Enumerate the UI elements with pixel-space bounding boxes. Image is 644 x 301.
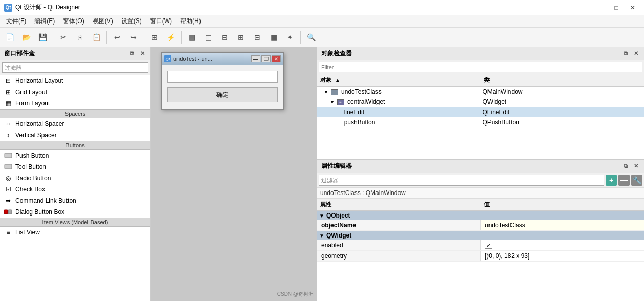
menu-settings[interactable]: 设置(S) (117, 16, 146, 27)
toolbar-break-layout[interactable]: ✦ (282, 30, 298, 45)
toolbar-save[interactable]: 💾 (35, 30, 50, 45)
list-item[interactable]: Push Button (0, 150, 150, 161)
widget-box-close[interactable]: ✕ (138, 50, 146, 58)
widget-item-label: Command Link Button (15, 197, 76, 204)
toolbar-redo[interactable]: ↪ (126, 30, 141, 45)
toolbar-layout-form[interactable]: ▦ (266, 30, 281, 45)
widget-icon: ≡ (337, 99, 344, 105)
prop-row: enabled ✓ (317, 240, 644, 251)
grid-layout-icon: ⊞ (4, 88, 12, 96)
toolbar-widget-mode[interactable]: ⊞ (147, 30, 162, 45)
prop-group-qobject[interactable]: ▼ QObject (317, 211, 644, 220)
obj-class-cell: QLineEdit (481, 108, 645, 116)
minimize-button[interactable]: — (593, 3, 607, 13)
prop-filter-bar: + — 🔧 (317, 173, 644, 188)
obj-name-cell: ▼ ≡ centralWidget (317, 98, 481, 106)
toolbar-preview[interactable]: 🔍 (303, 30, 319, 45)
menu-bar: 文件(F) 编辑(E) 窗体(O) 视图(V) 设置(S) 窗口(W) 帮助(H… (0, 15, 644, 28)
widget-box-detach[interactable]: ⧉ (128, 50, 136, 58)
form-close-btn[interactable]: ✕ (272, 55, 281, 62)
svg-rect-2 (4, 210, 8, 214)
spacers-category: Spacers (0, 109, 150, 118)
toolbar-open[interactable]: 📂 (18, 30, 34, 45)
form-window: Qt undoTest - un... — ❐ ✕ 确定 (161, 52, 284, 110)
obj-inspector-title: 对象检查器 (321, 49, 352, 58)
prop-col-value: 值 (481, 200, 645, 209)
prop-group-qwidget[interactable]: ▼ QWidget (317, 231, 644, 240)
svg-rect-1 (5, 164, 12, 169)
obj-tree-row[interactable]: ▼ undoTestClass QMainWindow (317, 87, 644, 97)
list-item[interactable]: ➡ Command Link Button (0, 195, 150, 206)
toolbar-undo[interactable]: ↩ (109, 30, 125, 45)
toolbar-layout-v[interactable]: ▥ (201, 30, 216, 45)
form-ok-button[interactable]: 确定 (167, 87, 278, 102)
toolbar-copy[interactable]: ⎘ (72, 30, 87, 45)
prop-checkbox-enabled[interactable]: ✓ (485, 242, 492, 249)
toolbar-layout-h[interactable]: ▤ (184, 30, 199, 45)
widget-box-filter-input[interactable] (2, 62, 148, 73)
v-spacer-icon: ↕ (4, 131, 12, 139)
prop-value-enabled[interactable]: ✓ (481, 240, 644, 250)
toolbar-new[interactable]: 📄 (2, 30, 17, 45)
form-lineedit[interactable] (167, 71, 278, 83)
menu-view[interactable]: 视图(V) (88, 16, 117, 27)
center-area: Qt undoTest - un... — ❐ ✕ 确定 CSDN @奇树洲 (151, 47, 317, 301)
prop-wrench-btn[interactable]: 🔧 (631, 175, 642, 186)
list-item[interactable]: ☑ Check Box (0, 184, 150, 195)
maximize-button[interactable]: □ (609, 3, 624, 13)
close-button[interactable]: ✕ (626, 3, 640, 13)
list-item[interactable]: ⊟ Horizontal Layout (0, 75, 150, 87)
prop-editor-close[interactable]: ✕ (632, 162, 640, 170)
widget-item-label: Radio Button (15, 175, 51, 182)
menu-file[interactable]: 文件(F) (2, 16, 30, 27)
menu-help[interactable]: 帮助(H) (176, 16, 205, 27)
obj-class-cell: QPushButton (481, 118, 645, 126)
widget-item-label: Horizontal Layout (15, 77, 63, 84)
list-item[interactable]: ↔ Horizontal Spacer (0, 118, 150, 130)
obj-inspector-detach[interactable]: ⧉ (621, 49, 630, 57)
toolbar-cut[interactable]: ✂ (56, 30, 71, 45)
obj-inspector-close[interactable]: ✕ (632, 49, 640, 57)
prop-filter-input[interactable] (319, 175, 604, 186)
obj-tree-row[interactable]: pushButton QPushButton (317, 117, 644, 127)
prop-table: 属性 值 ▼ QObject objectName undoTestClass … (317, 199, 644, 301)
toolbar-layout-grid[interactable]: ⊟ (250, 30, 265, 45)
menu-edit[interactable]: 编辑(E) (30, 16, 59, 27)
group-name: QObject (326, 212, 350, 219)
list-item[interactable]: ↕ Vertical Spacer (0, 130, 150, 141)
menu-form[interactable]: 窗体(O) (59, 16, 88, 27)
check-box-icon: ☑ (4, 185, 12, 193)
list-item[interactable]: ◎ Radio Button (0, 173, 150, 184)
obj-tree: 对象 ▲ 类 ▼ undoTestClass QMainWindow (317, 74, 644, 159)
obj-tree-row[interactable]: ▼ ≡ centralWidget QWidget (317, 97, 644, 107)
form-title-text: undoTest - un... (173, 56, 251, 62)
form-titlebar: Qt undoTest - un... — ❐ ✕ (162, 53, 283, 64)
toolbar-layout-split-v[interactable]: ⊞ (233, 30, 249, 45)
list-item[interactable]: Tool Button (0, 161, 150, 173)
obj-tree-row[interactable]: lineEdit QLineEdit (317, 107, 644, 117)
prop-minus-btn[interactable]: — (618, 175, 630, 186)
obj-col-object: 对象 ▲ (317, 75, 481, 85)
prop-value-objectname[interactable]: undoTestClass (481, 220, 644, 230)
expand-icon[interactable]: ▼ (329, 99, 335, 105)
toolbar: 📄 📂 💾 ✂ ⎘ 📋 ↩ ↪ ⊞ ⚡ ▤ ▥ ⊟ ⊞ ⊟ ▦ ✦ 🔍 (0, 28, 644, 47)
toolbar-paste[interactable]: 📋 (88, 30, 104, 45)
list-item[interactable]: ≡ List View (0, 227, 150, 238)
widget-item-label: Tool Button (15, 163, 46, 170)
form-restore-btn[interactable]: ❐ (261, 55, 271, 62)
prop-add-btn[interactable]: + (606, 175, 617, 186)
svg-rect-3 (8, 210, 12, 214)
obj-class-cell: QWidget (481, 98, 645, 106)
obj-filter-input[interactable] (319, 62, 642, 72)
prop-editor-detach[interactable]: ⧉ (621, 162, 630, 170)
list-item[interactable]: Dialog Button Box (0, 206, 150, 218)
prop-value-geometry[interactable]: [(0, 0), 182 x 93] (481, 251, 644, 261)
toolbar-signal-mode[interactable]: ⚡ (163, 30, 179, 45)
toolbar-layout-split-h[interactable]: ⊟ (217, 30, 232, 45)
list-item[interactable]: ⊞ Grid Layout (0, 87, 150, 98)
obj-name-cell: lineEdit (317, 108, 481, 116)
list-item[interactable]: ▦ Form Layout (0, 98, 150, 109)
expand-icon[interactable]: ▼ (323, 89, 329, 95)
menu-window[interactable]: 窗口(W) (146, 16, 176, 27)
form-minimize-btn[interactable]: — (251, 55, 260, 62)
